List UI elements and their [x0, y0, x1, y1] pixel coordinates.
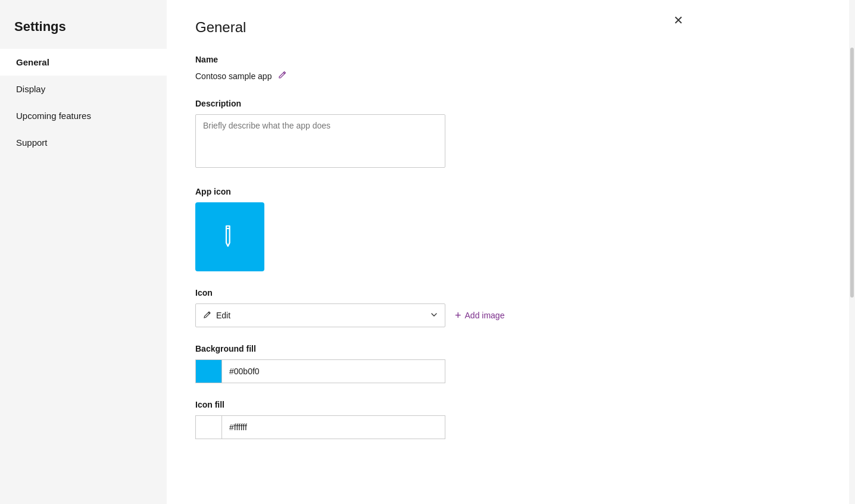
description-label: Description: [195, 99, 674, 108]
icon-dropdown-value: Edit: [216, 311, 230, 320]
background-fill-row: [195, 359, 674, 383]
icon-fill-input[interactable]: [221, 415, 445, 439]
sidebar-item-upcoming-features[interactable]: Upcoming features: [0, 102, 167, 129]
name-section: Name Contoso sample app: [195, 55, 674, 82]
sidebar-item-display[interactable]: Display: [0, 76, 167, 102]
name-value: Contoso sample app: [195, 71, 272, 81]
name-row: Contoso sample app: [195, 70, 674, 82]
icon-fill-row: [195, 415, 674, 439]
sidebar-item-support-label: Support: [16, 137, 48, 148]
icon-section: Icon Edit: [195, 288, 674, 327]
sidebar: Settings General Display Upcoming featur…: [0, 0, 167, 504]
app-icon-label: App icon: [195, 187, 674, 196]
app-icon-preview[interactable]: [195, 202, 264, 271]
app-icon-section: App icon: [195, 187, 674, 271]
main-content: ✕ General Name Contoso sample app Descri…: [167, 0, 855, 504]
sidebar-item-upcoming-features-label: Upcoming features: [16, 111, 91, 121]
icon-label: Icon: [195, 288, 674, 298]
pencil-icon: [203, 311, 211, 321]
background-fill-label: Background fill: [195, 344, 674, 353]
background-fill-swatch[interactable]: [195, 359, 221, 383]
name-label: Name: [195, 55, 674, 64]
icon-dropdown[interactable]: Edit: [195, 303, 445, 327]
sidebar-item-general-label: General: [16, 57, 49, 67]
background-fill-input[interactable]: [221, 359, 445, 383]
description-section: Description: [195, 99, 674, 170]
sidebar-item-display-label: Display: [16, 84, 45, 94]
sidebar-title: Settings: [0, 0, 167, 49]
sidebar-item-general[interactable]: General: [0, 49, 167, 76]
background-fill-section: Background fill: [195, 344, 674, 383]
icon-fill-section: Icon fill: [195, 400, 674, 439]
add-image-label: Add image: [465, 311, 505, 320]
icon-fill-swatch[interactable]: [195, 415, 221, 439]
close-button[interactable]: ✕: [669, 12, 688, 29]
page-title: General: [195, 19, 674, 36]
description-textarea[interactable]: [195, 114, 445, 168]
scrollbar-track: [849, 0, 855, 504]
add-image-button[interactable]: + Add image: [455, 309, 504, 322]
icon-row: Edit + Add image: [195, 303, 674, 327]
scrollbar-thumb[interactable]: [850, 48, 854, 298]
name-edit-icon[interactable]: [277, 70, 287, 82]
app-icon-pencil-icon: [208, 215, 251, 258]
chevron-down-icon: [430, 311, 438, 320]
icon-fill-label: Icon fill: [195, 400, 674, 409]
icon-dropdown-left: Edit: [203, 311, 230, 321]
plus-icon: +: [455, 309, 461, 322]
sidebar-item-support[interactable]: Support: [0, 129, 167, 156]
